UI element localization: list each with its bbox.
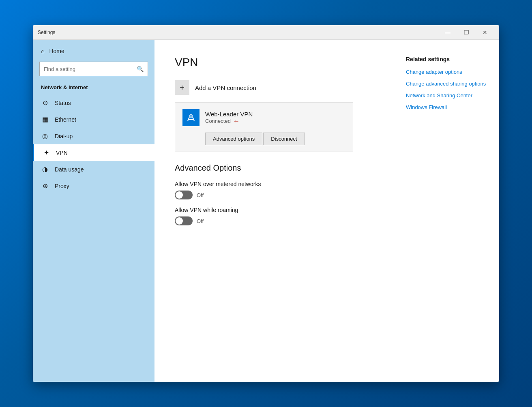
settings-window: Settings — ❐ ✕ ⌂ Home 🔍 Network & Intern… — [33, 25, 499, 382]
search-box: 🔍 — [39, 62, 148, 76]
sidebar-item-vpn[interactable]: ✦ VPN — [33, 144, 154, 161]
toggle-roaming-control: Off — [175, 216, 373, 225]
window-content: ⌂ Home 🔍 Network & Internet ⊙ Status ▦ E… — [33, 40, 499, 382]
vpn-status: Connected — [205, 118, 231, 124]
sidebar-label-proxy: Proxy — [55, 183, 69, 189]
sidebar-item-status[interactable]: ⊙ Status — [33, 94, 154, 111]
advanced-options-button[interactable]: Advanced options — [205, 133, 262, 145]
toggle-metered-label: Allow VPN over metered networks — [175, 181, 373, 187]
add-vpn-row: + Add a VPN connection — [175, 80, 373, 95]
sidebar-item-dialup[interactable]: ◎ Dial-up — [33, 128, 154, 144]
sidebar-label-status: Status — [55, 100, 71, 106]
minimize-button[interactable]: — — [438, 25, 457, 40]
advanced-options-section: Advanced Options Allow VPN over metered … — [175, 163, 373, 225]
search-input[interactable] — [44, 66, 137, 72]
toggle-roaming-label: Allow VPN while roaming — [175, 207, 373, 213]
toggle-row-roaming: Allow VPN while roaming Off — [175, 207, 373, 225]
svg-point-0 — [190, 115, 192, 117]
ethernet-icon: ▦ — [41, 116, 49, 123]
sidebar-home[interactable]: ⌂ Home — [33, 44, 154, 58]
toggle-metered-control: Off — [175, 191, 373, 199]
dialup-icon: ◎ — [41, 132, 49, 140]
main-content: VPN + Add a VPN connection — [154, 40, 394, 382]
sidebar-item-ethernet[interactable]: ▦ Ethernet — [33, 111, 154, 128]
connected-arrow-icon: ← — [233, 118, 240, 125]
sidebar-item-proxy[interactable]: ⊕ Proxy — [33, 178, 154, 194]
vpn-icon: ✦ — [42, 149, 50, 156]
related-link-sharing[interactable]: Change advanced sharing options — [406, 81, 491, 87]
sidebar-home-label: Home — [49, 48, 64, 54]
sidebar-label-dialup: Dial-up — [55, 133, 73, 139]
related-title: Related settings — [406, 56, 491, 62]
titlebar: Settings — ❐ ✕ — [33, 25, 499, 40]
vpn-card-header: Web-Leader VPN Connected ← — [175, 103, 353, 133]
disconnect-button[interactable]: Disconnect — [263, 133, 305, 145]
add-vpn-button[interactable]: + — [175, 80, 189, 95]
window-title: Settings — [38, 30, 438, 35]
related-settings-panel: Related settings Change adapter options … — [394, 40, 499, 382]
toggle-roaming[interactable] — [175, 216, 193, 225]
toggle-row-metered: Allow VPN over metered networks Off — [175, 181, 373, 199]
window-controls: — ❐ ✕ — [438, 25, 494, 40]
related-link-network-center[interactable]: Network and Sharing Center — [406, 92, 491, 99]
status-icon: ⊙ — [41, 99, 49, 107]
vpn-name: Web-Leader VPN — [205, 111, 253, 118]
svg-line-1 — [188, 117, 189, 121]
sidebar-label-vpn: VPN — [56, 150, 68, 156]
datausage-icon: ◑ — [41, 165, 49, 173]
related-link-adapter[interactable]: Change adapter options — [406, 69, 491, 75]
vpn-brand-icon — [182, 109, 200, 126]
toggle-metered[interactable] — [175, 191, 193, 199]
svg-line-2 — [193, 117, 194, 121]
sidebar-item-datausage[interactable]: ◑ Data usage — [33, 161, 154, 178]
home-icon: ⌂ — [41, 48, 44, 54]
add-vpn-label: Add a VPN connection — [195, 84, 256, 91]
vpn-info: Web-Leader VPN Connected ← — [205, 111, 253, 125]
related-link-firewall[interactable]: Windows Firewall — [406, 104, 491, 110]
toggle-roaming-state: Off — [197, 218, 204, 224]
advanced-section-title: Advanced Options — [175, 163, 373, 173]
vpn-connection-card: Web-Leader VPN Connected ← Advanced opti… — [175, 102, 353, 152]
toggle-metered-state: Off — [197, 192, 204, 198]
sidebar-label-ethernet: Ethernet — [55, 116, 76, 123]
search-icon: 🔍 — [137, 66, 144, 72]
page-title: VPN — [175, 56, 373, 69]
sidebar-section-title: Network & Internet — [33, 83, 154, 94]
vpn-status-row: Connected ← — [205, 118, 253, 125]
sidebar-label-datausage: Data usage — [55, 166, 84, 173]
maximize-button[interactable]: ❐ — [457, 25, 476, 40]
vpn-svg-icon — [186, 113, 196, 122]
vpn-card-actions: Advanced options Disconnect — [175, 133, 353, 152]
close-button[interactable]: ✕ — [476, 25, 494, 40]
proxy-icon: ⊕ — [41, 182, 49, 190]
sidebar: ⌂ Home 🔍 Network & Internet ⊙ Status ▦ E… — [33, 40, 154, 382]
